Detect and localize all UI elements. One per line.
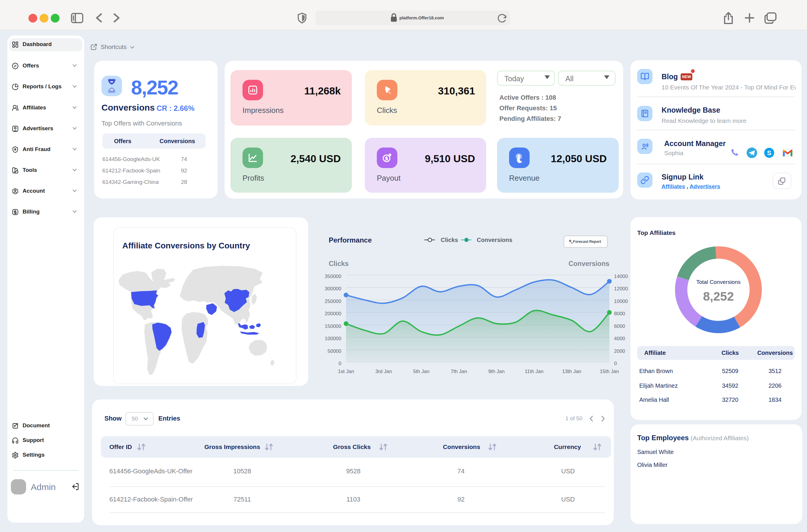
svg-text:9th Jan: 9th Jan: [488, 369, 505, 374]
svg-text:250000: 250000: [325, 299, 341, 304]
svg-text:0: 0: [339, 361, 341, 366]
svg-text:3rd Jan: 3rd Jan: [376, 369, 392, 374]
svg-text:7th Jan: 7th Jan: [451, 369, 467, 374]
svg-text:200000: 200000: [325, 311, 341, 317]
svg-text:2000: 2000: [614, 348, 625, 354]
svg-text:5th Jan: 5th Jan: [413, 369, 429, 374]
svg-text:S: S: [767, 149, 771, 157]
svg-text:14000: 14000: [614, 273, 628, 279]
svg-text:12000: 12000: [614, 286, 628, 291]
svg-text:4000: 4000: [614, 336, 625, 341]
svg-text:150000: 150000: [325, 323, 341, 329]
svg-text:100000: 100000: [325, 336, 341, 341]
svg-text:13th Jan: 13th Jan: [562, 369, 581, 374]
svg-text:0: 0: [614, 361, 617, 366]
svg-text:8000: 8000: [614, 311, 625, 317]
svg-text:350000: 350000: [325, 273, 341, 279]
svg-text:15th Jan: 15th Jan: [600, 369, 619, 374]
svg-text:6000: 6000: [614, 323, 625, 329]
svg-text:50000: 50000: [328, 348, 341, 354]
svg-text:11th Jan: 11th Jan: [525, 369, 543, 374]
svg-text:300000: 300000: [325, 286, 341, 291]
svg-text:1st Jan: 1st Jan: [338, 369, 354, 374]
svg-text:10000: 10000: [614, 299, 628, 304]
